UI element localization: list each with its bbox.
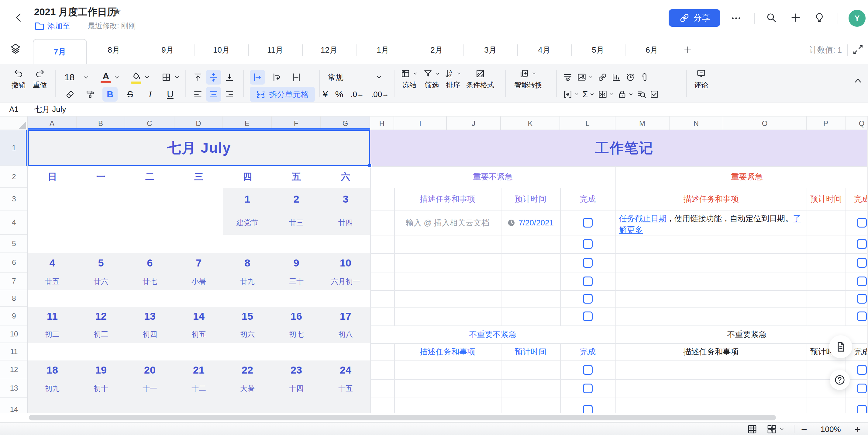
split-columns-button[interactable] — [563, 89, 579, 99]
task-checkbox[interactable] — [583, 312, 593, 321]
doc-assistant-button[interactable] — [829, 335, 852, 358]
conditional-format-button[interactable]: 条件格式 — [466, 69, 494, 90]
lunar-cell[interactable]: 初五 — [175, 325, 223, 343]
task-header-cell[interactable]: 描述任务和事项 — [394, 343, 501, 360]
date-cell[interactable]: 5 — [76, 253, 125, 272]
lunar-cell[interactable]: 廿四 — [321, 210, 370, 235]
select-all-corner[interactable] — [0, 117, 28, 130]
percent-format-button[interactable]: % — [335, 89, 343, 99]
lunar-cell[interactable]: 十一 — [125, 379, 175, 398]
insert-link-button[interactable] — [597, 72, 607, 82]
date-cell[interactable]: 19 — [76, 360, 125, 379]
reminder-button[interactable] — [625, 72, 635, 82]
date-cell[interactable]: 4 — [28, 253, 76, 272]
split-cells-button[interactable]: 拆分单元格 — [250, 87, 315, 102]
task-checkbox[interactable] — [857, 218, 867, 228]
lunar-cell[interactable]: 初七 — [272, 325, 321, 343]
smart-convert-button[interactable]: 智能转换 — [514, 69, 542, 90]
lunar-cell[interactable]: 廿七 — [125, 272, 175, 290]
back-button[interactable] — [11, 10, 27, 26]
lunar-cell[interactable]: 初十 — [76, 379, 125, 398]
merge-cells-button[interactable] — [598, 89, 614, 99]
lunar-cell[interactable]: 小暑 — [175, 272, 223, 290]
zoom-in-button[interactable]: + — [855, 424, 861, 435]
column-header-P[interactable]: P — [807, 117, 845, 130]
tips-bulb-button[interactable] — [814, 12, 825, 23]
formula-value[interactable]: 七月 July — [34, 103, 66, 116]
find-replace-button[interactable] — [637, 89, 646, 99]
task-checkbox[interactable] — [857, 312, 867, 321]
comment-button[interactable]: 评论 — [694, 69, 708, 90]
date-cell[interactable]: 12 — [76, 307, 125, 325]
halign-right-button[interactable] — [222, 87, 237, 102]
sheet-list-button[interactable] — [10, 43, 21, 55]
zoom-out-button[interactable]: − — [801, 424, 807, 435]
date-cell[interactable]: 21 — [175, 360, 223, 379]
cell-H1[interactable]: 工作笔记 — [370, 130, 868, 166]
sheet-tab-5月[interactable]: 5月 — [571, 36, 625, 64]
task-header-cell[interactable]: 描述任务和事项 — [615, 188, 807, 210]
column-header-O[interactable]: O — [723, 117, 807, 130]
lunar-cell[interactable]: 初六 — [223, 325, 272, 343]
lunar-cell[interactable]: 三十 — [272, 272, 321, 290]
task-checkbox[interactable] — [857, 365, 867, 375]
done-header-cell[interactable]: 完成 — [560, 188, 615, 210]
lunar-cell[interactable]: 十二 — [175, 379, 223, 398]
weekday-cell[interactable]: 一 — [76, 166, 125, 188]
done-header-cell[interactable]: 完成 — [560, 343, 615, 360]
date-cell[interactable]: 1 — [223, 188, 272, 210]
lunar-cell[interactable]: 初三 — [76, 325, 125, 343]
italic-button[interactable]: I — [143, 87, 158, 102]
task-checkbox[interactable] — [857, 277, 867, 286]
redo-button[interactable]: 重做 — [33, 69, 47, 90]
format-painter-button[interactable] — [82, 87, 98, 102]
task-header-cell[interactable]: 描述任务和事项 — [615, 343, 807, 360]
lunar-cell[interactable]: 初八 — [321, 325, 370, 343]
valign-middle-button[interactable] — [206, 70, 221, 85]
document-title[interactable]: 2021 月度工作日历 — [34, 5, 117, 19]
note-link[interactable]: 任务截止日期 — [619, 214, 666, 223]
view-options-button[interactable] — [767, 424, 785, 435]
lunar-cell[interactable]: 初二 — [28, 325, 76, 343]
attachment-button[interactable] — [640, 72, 649, 82]
task-checkbox[interactable] — [857, 258, 867, 268]
add-to-button[interactable]: 添加至 — [34, 20, 70, 31]
fullscreen-icon[interactable] — [852, 44, 864, 55]
quadrant-label[interactable]: 重要紧急 — [615, 166, 868, 188]
date-cell[interactable]: 20 — [125, 360, 175, 379]
selection-handle[interactable] — [368, 164, 372, 168]
task-checkbox[interactable] — [857, 384, 867, 393]
column-header-N[interactable]: N — [670, 117, 723, 130]
lunar-cell[interactable]: 廿三 — [272, 210, 321, 235]
insert-chart-button[interactable] — [612, 72, 621, 82]
halign-left-button[interactable] — [190, 87, 206, 102]
task-checkbox[interactable] — [583, 294, 593, 303]
task-checkbox[interactable] — [583, 218, 593, 228]
underline-button[interactable]: U — [163, 87, 178, 102]
weekday-cell[interactable]: 日 — [28, 166, 76, 188]
date-cell[interactable]: 13 — [125, 307, 175, 325]
task-input-cell[interactable]: 输入 @ 插入相关云文档 — [394, 210, 501, 235]
decrease-decimal-button[interactable]: .0← — [350, 90, 364, 99]
valign-top-button[interactable] — [190, 70, 206, 85]
borders-dropdown[interactable] — [161, 72, 180, 82]
quadrant-label[interactable]: 不重要不紧急 — [370, 325, 615, 343]
add-sheet-button[interactable] — [679, 36, 697, 64]
insert-image-button[interactable] — [577, 72, 593, 82]
star-icon[interactable]: ★ — [113, 6, 121, 17]
valign-bottom-button[interactable] — [222, 70, 237, 85]
task-checkbox[interactable] — [583, 258, 593, 268]
task-checkbox[interactable] — [583, 405, 593, 413]
task-checkbox[interactable] — [583, 277, 593, 286]
date-cell[interactable]: 17 — [321, 307, 370, 325]
sum-button[interactable]: Σ — [582, 89, 595, 99]
time-header-cell[interactable]: 预计时间 — [807, 188, 845, 210]
task-checkbox[interactable] — [583, 365, 593, 375]
sheet-tab-7月[interactable]: 7月 — [33, 39, 87, 64]
weekday-cell[interactable]: 五 — [272, 166, 321, 188]
sheet-tab-3月[interactable]: 3月 — [463, 36, 517, 64]
protect-button[interactable] — [617, 89, 634, 99]
date-cell[interactable]: 15 — [223, 307, 272, 325]
undo-button[interactable]: 撤销 — [11, 69, 26, 90]
lunar-cell[interactable]: 廿六 — [76, 272, 125, 290]
